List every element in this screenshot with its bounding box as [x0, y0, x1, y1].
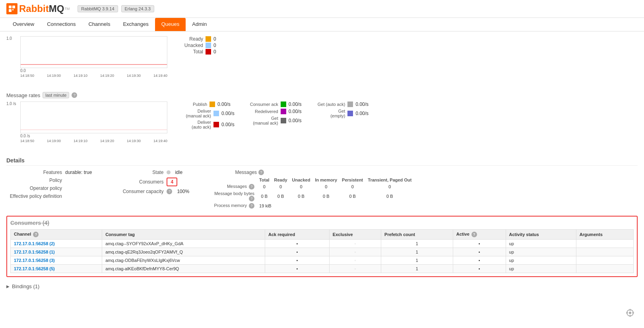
rates-y-bottom: 0.0 /s — [20, 134, 167, 138]
cell-active: • — [453, 248, 506, 256]
cell-active: • — [453, 265, 506, 273]
body-in-memory: 0 B — [312, 190, 339, 202]
get-auto-rate: Get (auto ack) 0.00/s — [313, 102, 369, 107]
body-help-icon[interactable]: ? — [249, 196, 254, 201]
get-auto-value: 0.00/s — [355, 102, 369, 107]
messages-row-help[interactable]: ? — [249, 184, 254, 189]
rates-col-3: Get (auto ack) 0.00/s Get(empty) 0.00/s — [313, 102, 369, 129]
bindings-section: ▶ Bindings (1) — [6, 283, 638, 289]
nav-exchanges[interactable]: Exchanges — [116, 18, 155, 31]
active-help-icon[interactable]: ? — [471, 232, 477, 237]
cell-status: up — [506, 265, 576, 273]
operator-policy-row: Operator policy — [6, 185, 92, 191]
consumer-capacity-label: Consumer capacity — [108, 189, 163, 194]
nav-queues[interactable]: Queues — [155, 18, 186, 31]
effective-policy-row: Effective policy definition — [6, 193, 92, 199]
consumers-section: Consumers (4) Channel ? Consumer tag Ack… — [6, 216, 638, 277]
msg-in-memory: 0 — [312, 183, 339, 190]
col-unacked: Unacked — [290, 177, 313, 183]
channel-link[interactable]: 172.17.0.1:56258 (2) — [14, 241, 55, 246]
messages-help-icon[interactable]: ? — [258, 170, 264, 175]
publish-rate: Publish 0.00/s — [175, 102, 235, 107]
total-label: Total — [175, 49, 203, 55]
ready-color-box — [206, 36, 211, 42]
messages-chart-canvas — [20, 36, 167, 68]
nav-connections[interactable]: Connections — [41, 18, 82, 31]
message-counts: Messages ? Total Ready Unacked In memory… — [205, 170, 414, 209]
consumer-capacity-row: Consumer capacity ? 100% — [108, 189, 189, 194]
bindings-title: Bindings (1) — [12, 283, 39, 289]
cell-prefetch: 1 — [381, 240, 453, 248]
cell-exclusive: ◦ — [329, 265, 381, 273]
table-row: 172.17.0.1:56258 (1) amq.ctag-qE2Rq3Joeo… — [11, 248, 634, 256]
channel-link[interactable]: 172.17.0.1:56258 (3) — [14, 258, 55, 263]
th-ack: Ack required — [265, 230, 329, 240]
ready-stat: Ready 0 — [175, 36, 216, 42]
cell-ack: • — [265, 256, 329, 265]
state-row: State idle — [108, 170, 189, 175]
consumer-ack-label: Consumer ack — [246, 102, 278, 107]
cell-status: up — [506, 256, 576, 265]
cell-ack: • — [265, 265, 329, 273]
cell-channel: 172.17.0.1:56258 (2) — [11, 240, 102, 248]
deliver-auto-label: Deliver(auto ack) — [175, 120, 211, 129]
svg-rect-1 — [12, 6, 15, 8]
unacked-stat: Unacked 0 — [175, 43, 216, 48]
chart-x-labels: 14:18:50 14:19:00 14:19:10 14:19:20 14:1… — [20, 74, 167, 78]
consumers-section-title: Consumers (4) — [10, 220, 634, 226]
rates-help-icon[interactable]: ? — [72, 92, 77, 98]
consumers-table: Channel ? Consumer tag Ack required Excl… — [10, 229, 634, 273]
get-empty-label: Get(empty) — [313, 109, 345, 118]
body-transient: 0 B — [365, 190, 414, 202]
get-empty-value: 0.00/s — [355, 111, 369, 116]
channel-link[interactable]: 172.17.0.1:56258 (1) — [14, 250, 55, 254]
x-label-5: 14:19:40 — [153, 74, 167, 78]
th-channel: Channel ? — [11, 230, 102, 240]
th-prefetch: Prefetch count — [381, 230, 453, 240]
get-manual-label: Get(manual ack) — [246, 116, 278, 125]
deliver-manual-label: Deliver(manual ack) — [175, 109, 211, 118]
process-memory-help[interactable]: ? — [249, 203, 254, 209]
logo-icon — [6, 3, 17, 14]
body-ready: 0 B — [272, 190, 290, 202]
main-content: 1.0 0.0 14:18:50 14:19:00 14:19:10 14:19… — [0, 31, 644, 294]
deliver-manual-color — [213, 111, 219, 116]
rx-label-4: 14:19:30 — [127, 139, 141, 143]
channel-help-icon[interactable]: ? — [33, 232, 39, 237]
x-label-0: 14:18:50 — [20, 74, 34, 78]
rates-col-1: Publish 0.00/s Deliver(manual ack) 0.00/… — [175, 102, 235, 129]
cell-exclusive: ◦ — [329, 256, 381, 265]
x-label-2: 14:19:10 — [74, 74, 87, 78]
messages-chart-wrapper: 1.0 0.0 14:18:50 14:19:00 14:19:10 14:19… — [6, 36, 167, 86]
logo: Rabbit MQ TM — [6, 3, 70, 14]
process-memory-value: 19 kiB — [257, 202, 414, 209]
rates-stats-columns: Publish 0.00/s Deliver(manual ack) 0.00/… — [175, 102, 369, 129]
redelivered-value: 0.00/s — [289, 109, 302, 114]
rates-col-2: Consumer ack 0.00/s Redelivered 0.00/s G… — [246, 102, 302, 129]
rabbitmq-version: RabbitMQ 3.9.14 — [78, 5, 118, 12]
th-activity-status: Activity status — [506, 230, 576, 240]
nav-channels[interactable]: Channels — [82, 18, 116, 31]
msg-unacked: 0 — [290, 183, 313, 190]
body-row-label: Message body bytes ? — [205, 190, 257, 202]
deliver-auto-rate: Deliver(auto ack) 0.00/s — [175, 120, 235, 129]
operator-policy-label: Operator policy — [6, 185, 62, 191]
nav-admin[interactable]: Admin — [186, 18, 213, 31]
consumer-capacity-help[interactable]: ? — [167, 189, 172, 194]
channel-link[interactable]: 172.17.0.1:56258 (5) — [14, 266, 55, 271]
consumer-ack-value: 0.00/s — [289, 102, 302, 107]
details-left: Features durable: true Policy Operator p… — [6, 170, 92, 209]
get-empty-color — [347, 111, 353, 116]
th-active: Active ? — [453, 230, 506, 240]
col-in-memory: In memory — [312, 177, 339, 183]
cell-channel: 172.17.0.1:56258 (3) — [11, 256, 102, 265]
consumers-section-title-text: Consumers (4) — [10, 220, 49, 226]
state-label: State — [108, 170, 163, 175]
col-transient: Transient, Paged Out — [365, 177, 414, 183]
cell-status: up — [506, 240, 576, 248]
consumer-capacity-value: 100% — [177, 189, 189, 194]
nav-overview[interactable]: Overview — [6, 18, 41, 31]
deliver-auto-value: 0.00/s — [221, 122, 235, 127]
deliver-auto-color — [213, 122, 219, 127]
bindings-collapse[interactable]: ▶ Bindings (1) — [6, 283, 638, 289]
